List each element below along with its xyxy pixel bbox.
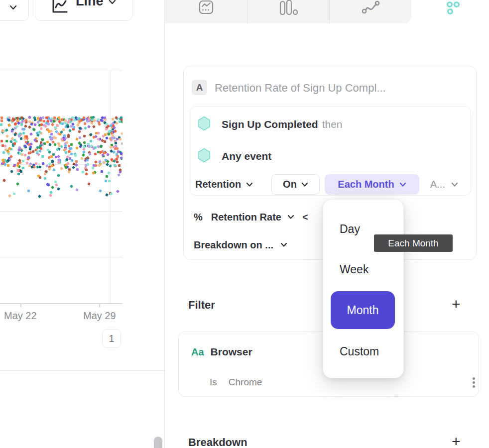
scatter-point <box>90 140 92 142</box>
breakdown-on-label: Breakdown on ... <box>194 239 273 251</box>
scatter-point <box>92 116 95 119</box>
chevron-down-icon <box>399 180 406 189</box>
scatter-point <box>20 170 22 173</box>
scatter-point <box>22 132 25 135</box>
scatter-point <box>105 175 108 178</box>
scatter-point <box>113 126 116 129</box>
scatter-point <box>76 168 79 171</box>
flow-chart-icon <box>361 0 380 23</box>
scatter-point <box>83 116 86 119</box>
scatter-point <box>108 180 111 183</box>
scatter-point <box>92 125 96 128</box>
on-label: On <box>283 179 297 190</box>
menu-item-week[interactable]: Week <box>340 263 368 276</box>
scatter-point <box>10 170 14 174</box>
chart-tabs-bar <box>165 0 411 23</box>
interval-dropdown[interactable]: Each Month <box>325 174 419 195</box>
event-row-b[interactable]: Any event <box>198 148 275 164</box>
hexagon-event-icon <box>198 116 211 133</box>
menu-item-custom[interactable]: Custom <box>340 345 379 358</box>
scatter-point <box>116 155 119 158</box>
scatter-point <box>0 119 3 122</box>
scatter-point <box>33 118 36 121</box>
scatter-dots-icon <box>445 1 462 23</box>
menu-item-day[interactable]: Day <box>340 223 360 236</box>
breakdown-section-title: Breakdown <box>188 436 247 448</box>
scatter-point <box>105 193 109 197</box>
filter-condition-row[interactable]: Is Chrome <box>210 377 262 388</box>
scatter-point <box>107 171 111 175</box>
scatter-point <box>116 160 119 163</box>
chevron-down-icon <box>246 180 253 189</box>
scatter-point <box>66 125 70 128</box>
scatter-point <box>44 124 47 128</box>
add-filter-button[interactable]: + <box>452 297 461 312</box>
scatter-point <box>113 164 116 167</box>
scatter-point <box>106 153 110 156</box>
scatter-point <box>20 123 23 126</box>
scatter-point <box>117 150 120 153</box>
scatter-point <box>80 157 83 160</box>
truncated-dropdown[interactable]: A... <box>430 174 458 195</box>
scatter-point <box>87 118 90 121</box>
on-dropdown[interactable]: On <box>271 174 320 195</box>
measure-dropdown[interactable]: % Retention Rate < <box>194 210 308 224</box>
scatter-point <box>106 137 109 140</box>
hidden-control-fragment[interactable]: < <box>302 212 308 223</box>
scatter-point <box>7 164 9 167</box>
scatter-point <box>48 167 51 170</box>
add-breakdown-button[interactable]: + <box>452 434 461 448</box>
measure-type-dropdown[interactable]: Retention <box>195 174 253 195</box>
tab-scatter-active[interactable] <box>434 0 474 23</box>
kebab-menu-icon[interactable] <box>471 376 476 389</box>
scatter-point <box>47 123 50 125</box>
scatter-point <box>120 152 122 155</box>
scatter-point <box>109 164 112 168</box>
scatter-point <box>83 135 86 138</box>
scatter-point <box>85 169 88 172</box>
scatter-point <box>112 134 114 137</box>
event-row-a[interactable]: Sign Up Completed then <box>198 116 343 132</box>
scatter-point <box>24 154 27 157</box>
scatter-point <box>72 166 75 169</box>
tab-bar-chart[interactable] <box>247 0 329 23</box>
app-screen: Line May 22 May 29 1 <box>0 0 489 448</box>
scatter-point <box>92 135 96 139</box>
scatter-point <box>50 155 52 158</box>
scatter-point <box>56 124 59 127</box>
query-title[interactable]: Retention Rate of Sign Up Compl... <box>215 82 386 95</box>
scatter-point <box>52 168 56 172</box>
breakdown-on-dropdown[interactable]: Breakdown on ... <box>194 237 287 252</box>
scatter-point <box>102 134 105 137</box>
scatter-point <box>88 145 90 148</box>
scatter-point <box>56 148 59 152</box>
page-badge[interactable]: 1 <box>102 329 121 348</box>
scatter-point <box>73 126 76 129</box>
menu-item-month-selected[interactable]: Month <box>331 291 395 329</box>
scatter-point <box>118 164 121 167</box>
tab-line-chart[interactable] <box>165 0 247 23</box>
scatter-point <box>53 116 56 119</box>
page-badge-label: 1 <box>109 333 114 344</box>
x-axis-line <box>0 303 122 304</box>
scatter-point <box>87 125 91 128</box>
scatter-point <box>57 174 60 177</box>
measure-type-label: Retention <box>195 179 241 190</box>
scatter-point <box>105 122 109 126</box>
tab-flow-chart[interactable] <box>329 0 411 23</box>
scatter-point <box>7 124 10 127</box>
scrollbar-thumb[interactable] <box>154 437 162 448</box>
truncated-label: A... <box>430 179 445 190</box>
scatter-point <box>40 127 43 130</box>
scatter-point <box>30 122 33 125</box>
tooltip-text: Each Month <box>388 238 438 249</box>
scatter-point <box>91 166 95 170</box>
filter-property-row[interactable]: Aa Browser <box>191 346 252 358</box>
scatter-point <box>16 169 19 172</box>
chevron-down-icon <box>280 240 287 249</box>
scatter-point <box>94 152 97 155</box>
scatter-point <box>1 158 4 161</box>
x-axis-tick <box>99 304 100 307</box>
menu-item-month-label: Month <box>347 304 379 317</box>
scatter-point <box>57 155 60 158</box>
